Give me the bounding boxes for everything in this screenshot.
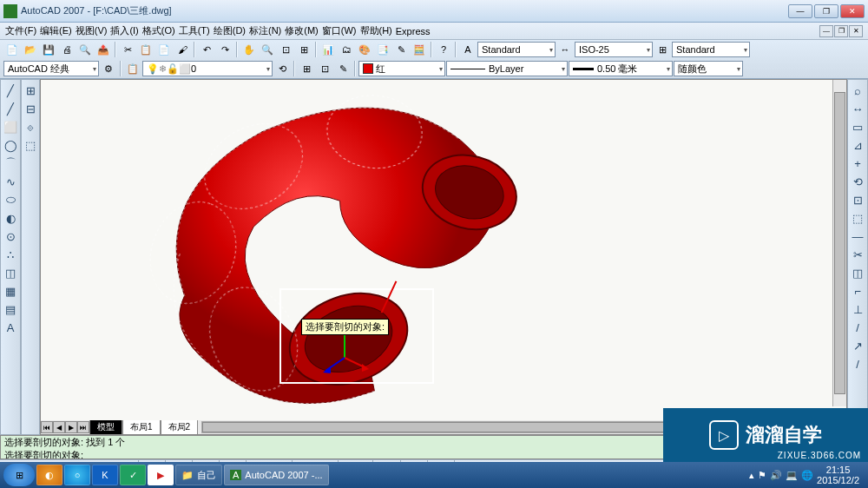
draw-tool-3[interactable]: ◯ [2,136,19,154]
dim-style-combo[interactable]: ISO-25 [575,42,653,57]
paste-icon[interactable]: 📄 [155,41,173,58]
redo-icon[interactable]: ↷ [216,41,233,58]
layer-combo[interactable]: 💡❄🔓⬜ 0 [142,61,273,76]
tab-layout1[interactable]: 布局1 [122,419,161,435]
modify-tool-13[interactable]: / [849,319,866,336]
modify-tool-12[interactable]: ⊥ [849,300,866,318]
pinned-app-5[interactable]: ▶ [148,465,174,485]
linetype-combo[interactable]: ByLayer [446,61,568,76]
draw-tool-4[interactable]: ⌒ [2,155,19,172]
modify-tool-5[interactable]: ⟲ [849,173,866,190]
tray-icon[interactable]: ⚑ [758,470,766,481]
menu-dimension[interactable]: 标注(N) [249,24,281,37]
lineweight-combo[interactable]: 0.50 毫米 [569,61,673,76]
block-make-icon[interactable]: ⊡ [316,60,333,77]
tablestyle-icon[interactable]: ⊞ [654,41,671,58]
doc-close-button[interactable]: ✕ [849,25,863,37]
canvas-scrollbar-vertical[interactable] [832,80,846,406]
markup-icon[interactable]: ✎ [392,41,410,58]
match-icon[interactable]: 🖌 [174,41,191,58]
draw-tool-0[interactable]: ╱ [2,82,19,99]
tray-icon[interactable]: 🔊 [770,470,782,481]
minimize-button[interactable]: — [788,4,812,18]
tab-layout2[interactable]: 布局2 [161,419,199,435]
block-edit-icon[interactable]: ✎ [334,60,352,77]
start-button[interactable]: ⊞ [3,464,35,486]
modify-tool-4[interactable]: + [849,155,866,172]
draw2-tool-1[interactable]: ⊟ [22,100,39,117]
tab-model[interactable]: 模型 [89,419,122,435]
tab-nav-next[interactable]: ▶ [65,421,77,433]
workspace-settings-icon[interactable]: ⚙ [100,60,117,77]
sheetset-icon[interactable]: 📑 [374,41,391,58]
tray-icon[interactable]: 🌐 [801,470,813,481]
modify-tool-3[interactable]: ⊿ [849,136,866,154]
menu-insert[interactable]: 插入(I) [110,24,138,37]
menu-tools[interactable]: 工具(T) [179,24,210,37]
taskbar-app-autocad[interactable]: AAutoCAD 2007 -... [224,465,329,485]
draw-tool-11[interactable]: ▦ [2,282,19,300]
dc-icon[interactable]: 🗂 [338,41,355,58]
draw-tool-13[interactable]: A [2,319,19,336]
plotstyle-combo[interactable]: 随颜色 [674,61,743,76]
menu-help[interactable]: 帮助(H) [360,24,392,37]
doc-restore-button[interactable]: ❐ [834,25,848,37]
open-icon[interactable]: 📂 [22,41,39,58]
pinned-app-2[interactable]: ○ [64,465,90,485]
system-tray[interactable]: ▴ ⚑ 🔊 💻 🌐 21:15 2015/12/2 [749,465,865,485]
dimstyle-icon[interactable]: ↔ [556,41,574,58]
modify-tool-2[interactable]: ▭ [849,118,866,135]
draw-tool-6[interactable]: ⬭ [2,191,19,208]
copy-icon[interactable]: 📋 [137,41,155,58]
tray-icon[interactable]: ▴ [749,470,754,481]
zoom-window-icon[interactable]: ⊡ [277,41,294,58]
pinned-app-3[interactable]: K [92,465,118,485]
draw-tool-2[interactable]: ⬜ [2,118,19,135]
modify-tool-8[interactable]: — [849,228,866,245]
cut-icon[interactable]: ✂ [119,41,136,58]
draw-tool-7[interactable]: ◐ [2,209,19,227]
modify-tool-14[interactable]: ↗ [849,337,866,354]
menu-draw[interactable]: 绘图(D) [214,24,246,37]
draw2-tool-0[interactable]: ⊞ [22,82,39,99]
maximize-button[interactable]: ❐ [814,4,838,18]
menu-express[interactable]: Express [396,26,431,36]
drawing-canvas[interactable]: 选择要剖切的对象: [41,80,846,420]
layer-props-icon[interactable]: 📋 [124,60,141,77]
menu-file[interactable]: 文件(F) [5,24,36,37]
modify-tool-10[interactable]: ◫ [849,264,866,281]
block-insert-icon[interactable]: ⊞ [298,60,315,77]
print-icon[interactable]: 🖨 [58,41,76,58]
properties-icon[interactable]: 📊 [319,41,337,58]
modify-tool-1[interactable]: ↔ [849,100,866,117]
modify-tool-9[interactable]: ✂ [849,246,866,263]
workspace-combo[interactable]: AutoCAD 经典 [3,61,99,76]
draw-tool-1[interactable]: ╱ [2,100,19,117]
menu-view[interactable]: 视图(V) [76,24,108,37]
text-style-combo[interactable]: Standard [477,42,556,57]
pinned-app-4[interactable]: ✓ [120,465,146,485]
taskbar-app-folder[interactable]: 📁自己 [175,465,222,485]
tray-icon[interactable]: 💻 [786,470,798,481]
modify-tool-6[interactable]: ⊡ [849,191,866,208]
tool-palette-icon[interactable]: 🎨 [356,41,373,58]
menu-window[interactable]: 窗口(W) [322,24,357,37]
tab-nav-last[interactable]: ⏭ [77,421,89,433]
zoom-prev-icon[interactable]: ⊞ [295,41,312,58]
pinned-app-1[interactable]: ◐ [36,465,62,485]
textstyle-icon[interactable]: A [459,41,477,58]
preview-icon[interactable]: 🔍 [76,41,94,58]
help-icon[interactable]: ? [435,41,452,58]
clock[interactable]: 21:15 2015/12/2 [817,465,859,485]
tab-nav-first[interactable]: ⏮ [41,421,53,433]
table-style-combo[interactable]: Standard [672,42,750,57]
draw-tool-8[interactable]: ⊙ [2,228,19,245]
color-combo[interactable]: 红 [358,61,445,76]
pan-icon[interactable]: ✋ [240,41,258,58]
draw-tool-9[interactable]: ∴ [2,246,19,263]
draw2-tool-3[interactable]: ⬚ [22,136,39,154]
draw2-tool-2[interactable]: ⟐ [22,118,39,135]
close-button[interactable]: ✕ [840,4,865,18]
draw-tool-10[interactable]: ◫ [2,264,19,281]
menu-edit[interactable]: 编辑(E) [40,24,72,37]
